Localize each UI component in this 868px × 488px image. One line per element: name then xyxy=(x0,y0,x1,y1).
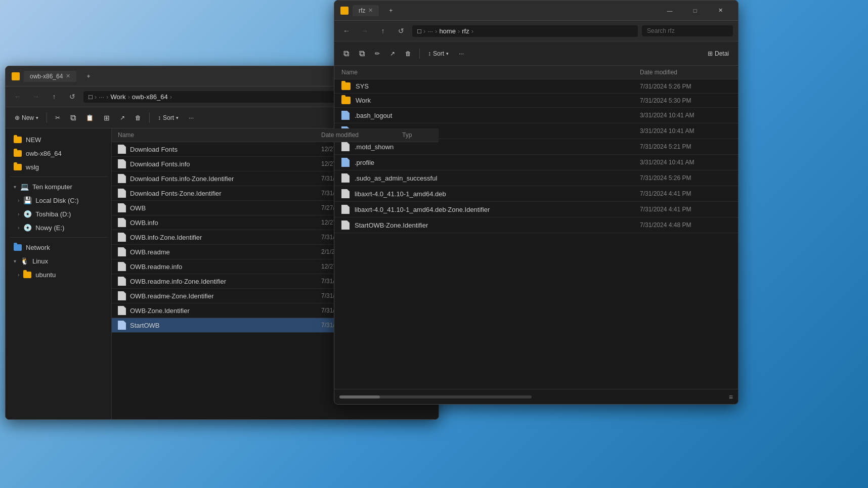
file-icon xyxy=(118,218,126,227)
scrollbar-track-rfz[interactable] xyxy=(339,395,532,398)
file-row-libaxrt[interactable]: libaxrt-4.0_41.10-1_amd64.deb 7/31/2024 … xyxy=(334,186,738,202)
tab-add-rfz[interactable]: + xyxy=(383,5,399,16)
share-button-rfz[interactable]: ↗ xyxy=(386,48,399,59)
sidebar-item-toshiba[interactable]: › 💿 Toshiba (D:) xyxy=(8,207,109,220)
share-button[interactable]: ↗ xyxy=(116,112,129,123)
file-name: OWB.info·Zone.Identifier xyxy=(130,234,321,241)
file-icon xyxy=(118,189,126,198)
more-btn-rfz[interactable]: ··· xyxy=(427,27,433,35)
file-row-work[interactable]: Work 7/31/2024 5:30 PM xyxy=(334,94,738,108)
more-btn-owb[interactable]: ··· xyxy=(99,93,104,101)
paste-button[interactable]: 📋 xyxy=(82,112,98,123)
sidebar-item-linux[interactable]: ▾ 🐧 Linux xyxy=(8,254,109,268)
window-icon-owb xyxy=(12,72,20,80)
cut-icon: ✂ xyxy=(55,114,60,121)
sort-button-rfz[interactable]: ↕ Sort ▾ xyxy=(424,48,453,59)
list-view-icon-rfz[interactable]: ≡ xyxy=(729,393,733,401)
sidebar-divider1 xyxy=(10,176,107,177)
sidebar-item-ubuntu[interactable]: › ubuntu xyxy=(8,268,109,281)
tab-close-owb[interactable]: ✕ xyxy=(66,73,70,79)
file-name: Download Fonts.info·Zone.Identifier xyxy=(130,175,321,183)
header-name: Name xyxy=(118,131,321,139)
breadcrumb-rfz-folder[interactable]: rfz xyxy=(462,27,469,35)
sidebar-label-new: NEW xyxy=(26,136,41,144)
file-date-libaxrt-zone: 7/31/2024 4:41 PM xyxy=(640,206,731,213)
sort-button[interactable]: ↕ Sort ▾ xyxy=(154,112,183,123)
file-name: OWB.readme xyxy=(130,248,321,256)
header-name-rfz: Name xyxy=(341,69,640,76)
search-box-rfz[interactable]: Search rfz xyxy=(642,25,733,36)
refresh-button-rfz[interactable]: ↺ xyxy=(394,24,408,38)
scrollbar-thumb-rfz[interactable] xyxy=(339,395,380,398)
copy-path-button-rfz[interactable]: ⧉ xyxy=(339,47,353,60)
file-name: OWB xyxy=(130,204,321,212)
tab-close-rfz[interactable]: ✕ xyxy=(368,7,373,14)
back-button-owb[interactable]: ← xyxy=(11,90,25,104)
more-options-button[interactable]: ··· xyxy=(185,112,198,123)
doc-icon-profile xyxy=(341,158,350,167)
file-row-sys[interactable]: SYS 7/31/2024 5:26 PM xyxy=(334,79,738,94)
back-button-rfz[interactable]: ← xyxy=(339,24,354,38)
rename-button-rfz[interactable]: ✏ xyxy=(371,48,384,59)
computer-icon: 💻 xyxy=(20,183,29,191)
file-row-sudo[interactable]: .sudo_as_admin_successful 7/31/2024 5:26… xyxy=(334,170,738,186)
folder-icon-ubuntu xyxy=(23,272,31,278)
ai-button[interactable]: ⊞ xyxy=(100,112,114,124)
sidebar-item-network[interactable]: Network xyxy=(8,241,109,254)
file-row-bash-logout[interactable]: .bash_logout 3/31/2024 10:41 AM xyxy=(334,108,738,123)
cut-button[interactable]: ✂ xyxy=(51,112,64,123)
file-name: Download Fonts·Zone.Identifier xyxy=(130,190,321,197)
sidebar-label-toshiba: Toshiba (D:) xyxy=(35,210,71,218)
share-icon: ↗ xyxy=(120,114,125,121)
file-icon xyxy=(118,277,126,286)
sidebar-owb: NEW owb-x86_64 wslg ▾ 💻 Ten komputer › xyxy=(6,128,112,419)
minimize-button-rfz[interactable]: — xyxy=(658,3,681,19)
breadcrumb-work[interactable]: Work xyxy=(110,93,125,101)
tab-owb[interactable]: owb-x86_64 ✕ xyxy=(24,71,76,82)
sidebar-item-local-disk[interactable]: › 💾 Local Disk (C:) xyxy=(8,194,109,207)
sidebar-label-owb: owb-x86_64 xyxy=(26,150,62,157)
breadcrumb-owb-folder[interactable]: owb-x86_64 xyxy=(132,93,168,101)
paste-icon: 📋 xyxy=(86,114,94,121)
file-name: OWB.readme·Zone.Identifier xyxy=(130,292,321,300)
file-row-profile[interactable]: .profile 3/31/2024 10:41 AM xyxy=(334,155,738,170)
breadcrumb-owb[interactable]: □ › ··· › Work › owb-x86_64 › xyxy=(83,91,338,103)
copy-button[interactable]: ⧉ xyxy=(66,111,80,124)
file-name: Download Fonts.info xyxy=(130,160,321,168)
forward-button-rfz[interactable]: → xyxy=(358,24,372,38)
refresh-button-owb[interactable]: ↺ xyxy=(65,90,79,104)
delete-button[interactable]: 🗑 xyxy=(131,112,145,123)
copy-button-rfz[interactable]: ⧉ xyxy=(355,47,369,60)
new-button[interactable]: ⊕ New ▾ xyxy=(11,112,42,123)
sidebar-item-computer[interactable]: ▾ 💻 Ten komputer xyxy=(8,180,109,193)
separator-rfz xyxy=(419,49,420,59)
sidebar-divider2 xyxy=(10,237,107,238)
file-name: OWB.info xyxy=(130,219,321,227)
breadcrumb-rfz[interactable]: □ › ··· › home › rfz › xyxy=(412,25,638,37)
delete-button-rfz[interactable]: 🗑 xyxy=(401,48,415,59)
sidebar-item-new[interactable]: NEW xyxy=(8,133,109,146)
sort-icon-rfz: ↕ xyxy=(428,50,431,57)
chevron-right-icon-nowy: › xyxy=(18,225,19,231)
close-button-rfz[interactable]: ✕ xyxy=(709,3,732,19)
file-name: OWB.readme.info xyxy=(130,263,321,271)
sidebar-item-owb[interactable]: owb-x86_64 xyxy=(8,147,109,160)
breadcrumb-home[interactable]: home xyxy=(439,27,456,35)
sidebar-item-wslg[interactable]: wslg xyxy=(8,160,109,173)
maximize-button-rfz[interactable]: □ xyxy=(683,3,707,19)
sidebar-label-local-disk: Local Disk (C:) xyxy=(35,197,78,204)
up-button-owb[interactable]: ↑ xyxy=(47,90,61,104)
view-icon-rfz: □ xyxy=(417,27,421,35)
tab-add-owb[interactable]: + xyxy=(80,71,96,82)
file-icon-startowb xyxy=(118,321,126,330)
file-row-startowb-zone[interactable]: StartOWB·Zone.Identifier 7/31/2024 4:48 … xyxy=(334,217,738,233)
tab-rfz[interactable]: rfz ✕ xyxy=(353,5,379,16)
more-options-button-rfz[interactable]: ··· xyxy=(455,48,468,59)
file-row-libaxrt-zone[interactable]: libaxrt-4.0_41.10-1_amd64.deb·Zone.Ident… xyxy=(334,202,738,217)
file-name-download-fonts: Download Fonts xyxy=(130,146,321,153)
forward-button-owb[interactable]: → xyxy=(29,90,43,104)
file-icon xyxy=(118,262,126,271)
sidebar-item-nowy[interactable]: › 💿 Nowy (E:) xyxy=(8,221,109,234)
details-button-rfz[interactable]: ⊞ Detai xyxy=(704,48,733,59)
up-button-rfz[interactable]: ↑ xyxy=(376,24,390,38)
